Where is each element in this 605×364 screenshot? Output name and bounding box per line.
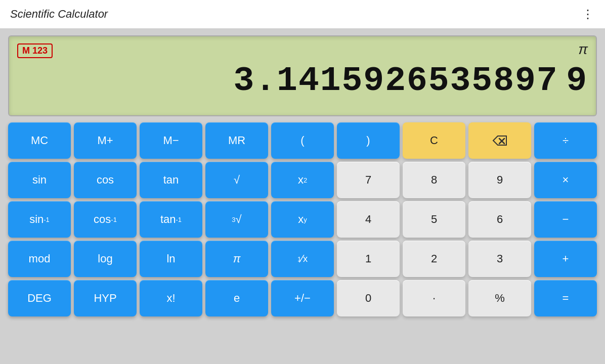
negate-button[interactable]: +/− — [271, 280, 334, 316]
square-button[interactable]: x2 — [271, 162, 334, 198]
decimal-button[interactable]: · — [403, 280, 465, 316]
title-bar: Scientific Calculator ⋮ — [0, 0, 605, 28]
four-button[interactable]: 4 — [337, 201, 400, 238]
nine-button[interactable]: 9 — [468, 162, 531, 198]
percent-button[interactable]: % — [468, 280, 531, 316]
pi-label: π — [578, 41, 588, 58]
sin-button[interactable]: sin — [8, 162, 71, 198]
button-grid: MC M+ M− MR ( ) C ÷ sin cos tan √ x2 7 — [8, 122, 597, 316]
button-row-1: MC M+ M− MR ( ) C ÷ — [8, 122, 597, 159]
divide-button[interactable]: ÷ — [534, 122, 597, 159]
eight-button[interactable]: 8 — [403, 162, 465, 198]
app-title: Scientific Calculator — [10, 8, 108, 21]
deg-button[interactable]: DEG — [8, 280, 71, 316]
backspace-button[interactable] — [468, 122, 531, 159]
factorial-button[interactable]: x! — [140, 280, 202, 316]
multiply-button[interactable]: × — [534, 162, 597, 198]
two-button[interactable]: 2 — [403, 241, 465, 277]
open-paren-button[interactable]: ( — [271, 122, 334, 159]
euler-button[interactable]: e — [205, 280, 268, 316]
six-button[interactable]: 6 — [468, 201, 531, 238]
seven-button[interactable]: 7 — [337, 162, 400, 198]
cbrt-button[interactable]: 3√ — [205, 201, 268, 238]
backspace-icon — [492, 135, 507, 146]
three-button[interactable]: 3 — [468, 241, 531, 277]
calculator-body: π M 123 3.1415926535897 9 MC M+ M− MR ( … — [0, 28, 605, 364]
mod-button[interactable]: mod — [8, 241, 71, 277]
sqrt-button[interactable]: √ — [205, 162, 268, 198]
one-button[interactable]: 1 — [337, 241, 400, 277]
add-button[interactable]: + — [534, 241, 597, 277]
mc-button[interactable]: MC — [8, 122, 71, 159]
pi-button[interactable]: π — [205, 241, 268, 277]
asin-button[interactable]: sin-1 — [8, 201, 71, 238]
atan-button[interactable]: tan-1 — [140, 201, 202, 238]
ln-button[interactable]: ln — [140, 241, 202, 277]
five-button[interactable]: 5 — [403, 201, 465, 238]
display: π M 123 3.1415926535897 9 — [8, 35, 597, 116]
equals-button[interactable]: = — [534, 280, 597, 316]
m-plus-button[interactable]: M+ — [74, 122, 137, 159]
tan-button[interactable]: tan — [140, 162, 202, 198]
acos-button[interactable]: cos-1 — [74, 201, 137, 238]
button-row-3: sin-1 cos-1 tan-1 3√ xy 4 5 6 − — [8, 201, 597, 238]
hyp-button[interactable]: HYP — [74, 280, 137, 316]
more-icon[interactable]: ⋮ — [582, 7, 595, 21]
subtract-button[interactable]: − — [534, 201, 597, 238]
reciprocal-button[interactable]: 1⁄x — [271, 241, 334, 277]
close-paren-button[interactable]: ) — [337, 122, 400, 159]
memory-badge: M 123 — [17, 43, 53, 58]
display-value: 3.1415926535897 9 — [17, 62, 588, 100]
m-minus-button[interactable]: M− — [140, 122, 202, 159]
log-button[interactable]: log — [74, 241, 137, 277]
button-row-5: DEG HYP x! e +/− 0 · % = — [8, 280, 597, 316]
power-button[interactable]: xy — [271, 201, 334, 238]
zero-button[interactable]: 0 — [337, 280, 400, 316]
clear-button[interactable]: C — [403, 122, 465, 159]
button-row-2: sin cos tan √ x2 7 8 9 × — [8, 162, 597, 198]
cos-button[interactable]: cos — [74, 162, 137, 198]
mr-button[interactable]: MR — [205, 122, 268, 159]
button-row-4: mod log ln π 1⁄x 1 2 3 + — [8, 241, 597, 277]
